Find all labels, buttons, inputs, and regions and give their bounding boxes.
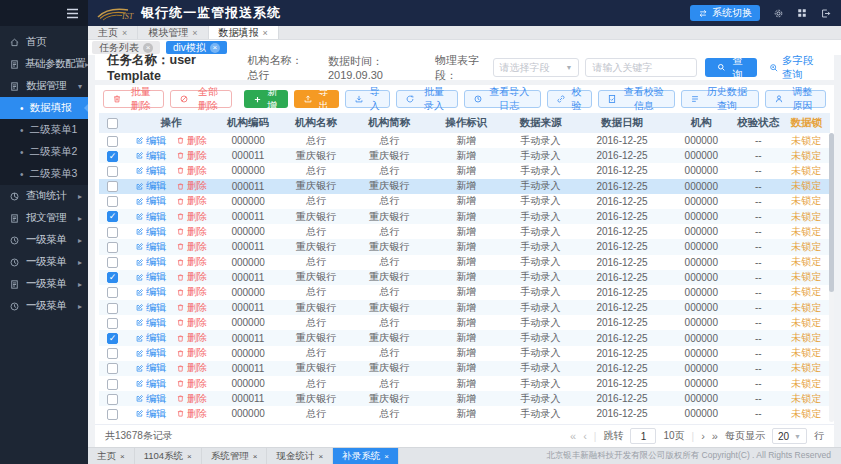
- search-button[interactable]: 查询: [705, 58, 757, 77]
- scrollbar-thumb[interactable]: [829, 133, 834, 292]
- close-icon[interactable]: ×: [384, 452, 389, 461]
- history-query-button[interactable]: 历史数据查询: [681, 90, 758, 108]
- row-checkbox[interactable]: [107, 348, 118, 359]
- delete-all-button[interactable]: 全部删除: [170, 90, 231, 108]
- edit-button[interactable]: 编辑: [135, 316, 166, 330]
- edit-button[interactable]: 编辑: [135, 134, 166, 148]
- sidebar-item-submenu-3[interactable]: • 二级菜单3: [0, 163, 88, 185]
- row-checkbox[interactable]: [107, 272, 118, 283]
- delete-button[interactable]: 删除: [176, 392, 207, 406]
- next-page-button[interactable]: ›: [701, 430, 705, 442]
- edit-button[interactable]: 编辑: [135, 331, 166, 345]
- batch-entry-button[interactable]: 批量录入: [396, 90, 457, 108]
- row-checkbox[interactable]: [107, 379, 118, 390]
- delete-button[interactable]: 删除: [176, 331, 207, 345]
- close-icon[interactable]: ×: [187, 452, 192, 461]
- sidebar-item-data-entry[interactable]: • 数据填报: [0, 97, 88, 119]
- sidebar-item-home[interactable]: 首页: [0, 31, 88, 53]
- edit-button[interactable]: 编辑: [135, 164, 166, 178]
- row-checkbox[interactable]: [107, 196, 118, 207]
- view-validation-info-button[interactable]: 查看校验信息: [598, 90, 675, 108]
- edit-button[interactable]: 编辑: [135, 149, 166, 163]
- tab-data-entry[interactable]: 数据填报 ×: [209, 26, 279, 39]
- first-page-button[interactable]: «: [570, 430, 576, 442]
- sidebar-item-level1-menu-2[interactable]: 一级菜单 ▸: [0, 251, 88, 273]
- close-circle-icon[interactable]: ×: [143, 43, 153, 53]
- delete-button[interactable]: 删除: [176, 179, 207, 193]
- export-button[interactable]: 导出: [294, 90, 339, 108]
- delete-button[interactable]: 删除: [176, 225, 207, 239]
- row-checkbox[interactable]: [107, 363, 118, 374]
- batch-delete-button[interactable]: 批量删除: [103, 90, 164, 108]
- vertical-scrollbar[interactable]: [829, 133, 834, 422]
- row-checkbox[interactable]: [107, 242, 118, 253]
- row-checkbox[interactable]: [107, 303, 118, 314]
- edit-button[interactable]: 编辑: [135, 225, 166, 239]
- edit-button[interactable]: 编辑: [135, 407, 166, 421]
- edit-button[interactable]: 编辑: [135, 301, 166, 315]
- import-button[interactable]: 导入: [345, 90, 390, 108]
- edit-button[interactable]: 编辑: [135, 270, 166, 284]
- sidebar-item-data-management[interactable]: 数据管理 ▾: [0, 75, 88, 97]
- row-checkbox[interactable]: [107, 318, 118, 329]
- sidebar-item-submenu-2[interactable]: • 二级菜单2: [0, 141, 88, 163]
- view-import-log-button[interactable]: 查看导入日志: [464, 90, 541, 108]
- logout-icon[interactable]: [820, 8, 831, 19]
- row-checkbox[interactable]: [107, 257, 118, 268]
- delete-button[interactable]: 删除: [176, 149, 207, 163]
- close-icon[interactable]: ×: [263, 28, 268, 38]
- multi-field-query-link[interactable]: 多字段查询: [769, 54, 822, 82]
- page-jump-input[interactable]: [630, 428, 656, 444]
- delete-button[interactable]: 删除: [176, 255, 207, 269]
- row-checkbox[interactable]: [107, 394, 118, 405]
- tab-module-management[interactable]: 模块管理 ×: [138, 26, 208, 39]
- edit-button[interactable]: 编辑: [135, 377, 166, 391]
- delete-button[interactable]: 删除: [176, 194, 207, 208]
- gear-icon[interactable]: [773, 8, 784, 19]
- close-circle-icon[interactable]: ×: [210, 43, 220, 53]
- close-icon[interactable]: ×: [253, 452, 258, 461]
- close-icon[interactable]: ×: [120, 452, 125, 461]
- delete-button[interactable]: 删除: [176, 164, 207, 178]
- delete-button[interactable]: 删除: [176, 270, 207, 284]
- prev-page-button[interactable]: ‹: [583, 430, 587, 442]
- field-select[interactable]: 请选择字段 ▼: [493, 58, 580, 77]
- row-checkbox[interactable]: [107, 136, 118, 147]
- row-checkbox[interactable]: [107, 287, 118, 298]
- apps-grid-icon[interactable]: [797, 8, 807, 18]
- sidebar-item-report-management[interactable]: 报文管理 ▸: [0, 207, 88, 229]
- keyword-input[interactable]: [585, 58, 697, 77]
- row-checkbox[interactable]: [107, 227, 118, 238]
- delete-button[interactable]: 删除: [176, 361, 207, 375]
- edit-button[interactable]: 编辑: [135, 255, 166, 269]
- sidebar-item-base-params[interactable]: 基础参数配置 ▸: [0, 53, 88, 75]
- close-icon[interactable]: ×: [192, 28, 197, 38]
- row-checkbox[interactable]: [107, 333, 118, 344]
- row-checkbox[interactable]: [107, 181, 118, 192]
- delete-button[interactable]: 删除: [176, 210, 207, 224]
- taskbar-tab-1104-system[interactable]: 1104系统×: [135, 448, 202, 464]
- validate-button[interactable]: 校验: [547, 90, 592, 108]
- edit-button[interactable]: 编辑: [135, 361, 166, 375]
- sidebar-item-level1-menu-3[interactable]: 一级菜单 ▸: [0, 273, 88, 295]
- sidebar-item-query-stats[interactable]: 查询统计 ▸: [0, 185, 88, 207]
- edit-button[interactable]: 编辑: [135, 392, 166, 406]
- taskbar-tab-supplement-system[interactable]: 补录系统×: [333, 448, 399, 464]
- row-checkbox[interactable]: [107, 211, 118, 222]
- sidebar-item-submenu-1[interactable]: • 二级菜单1: [0, 119, 88, 141]
- last-page-button[interactable]: »: [712, 430, 718, 442]
- delete-button[interactable]: 删除: [176, 285, 207, 299]
- system-switch-button[interactable]: 系统切换: [690, 5, 760, 21]
- edit-button[interactable]: 编辑: [135, 346, 166, 360]
- edit-button[interactable]: 编辑: [135, 285, 166, 299]
- taskbar-tab-cash-stats[interactable]: 现金统计×: [267, 448, 333, 464]
- taskbar-tab-home[interactable]: 主页×: [88, 448, 135, 464]
- edit-button[interactable]: 编辑: [135, 179, 166, 193]
- per-page-select[interactable]: 20 ▼: [772, 428, 807, 444]
- row-checkbox[interactable]: [107, 166, 118, 177]
- select-all-checkbox[interactable]: [107, 118, 118, 129]
- edit-button[interactable]: 编辑: [135, 210, 166, 224]
- tab-home[interactable]: 主页 ×: [88, 26, 138, 39]
- sidebar-item-level1-menu-4[interactable]: 一级菜单 ▸: [0, 295, 88, 317]
- delete-button[interactable]: 删除: [176, 240, 207, 254]
